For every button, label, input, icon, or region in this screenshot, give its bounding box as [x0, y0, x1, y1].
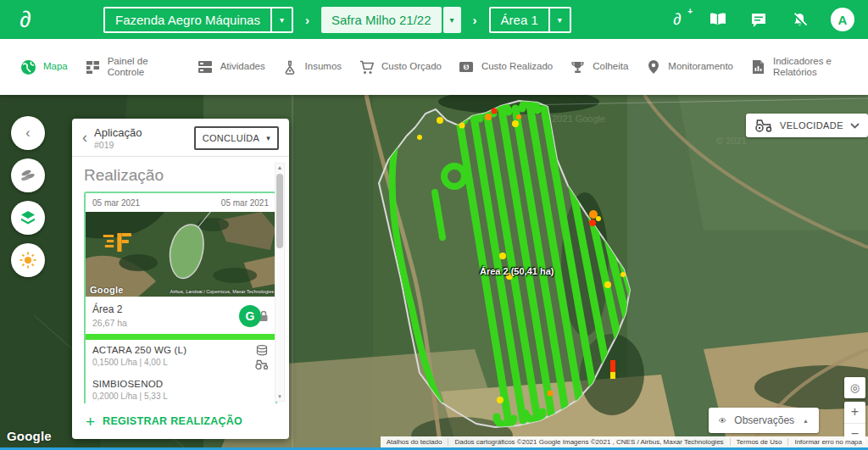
google-logo: Google	[90, 285, 124, 295]
chevron-down-icon: ▾	[266, 134, 270, 142]
caret-up-icon: ▲	[803, 418, 809, 424]
section-title: Realização	[72, 157, 289, 192]
velocity-label: VELOCIDADE	[780, 120, 843, 131]
product-name: SIMBIOSENOD	[92, 379, 168, 389]
tab-atividades[interactable]: Atividades	[198, 59, 265, 75]
application-panel: ‹ Aplicação #019 CONCLUÍDA ▾ Realização …	[72, 119, 289, 439]
report-error-link[interactable]: Informar erro no mapa	[787, 438, 868, 446]
zoom-in-button[interactable]: +	[844, 402, 865, 424]
breadcrumb-chevron-icon: ›	[305, 13, 309, 27]
notifications-muted-icon[interactable]	[790, 10, 809, 29]
register-realization-button[interactable]: + REGISTRAR REALIZAÇÃO	[72, 403, 289, 439]
tractor-icon	[255, 359, 269, 369]
map-data-attribution: Dados cartográficos ©2021 Google Imagens…	[448, 438, 729, 446]
area-selector-label: Área 1	[491, 8, 548, 31]
status-dropdown[interactable]: CONCLUÍDA ▾	[194, 126, 279, 150]
stock-icon	[256, 345, 268, 356]
tab-monitoramento[interactable]: Monitoramento	[645, 59, 733, 75]
tab-custo-orcado[interactable]: Custo Orçado	[359, 59, 442, 75]
product-row: ACTARA 250 WG (L) 0,1500 L/ha | 4,00 L	[86, 340, 275, 374]
tab-label: Insumos	[305, 61, 342, 72]
field-thumbnail-map: Google Airbus, Landsat / Copernicus, Max…	[86, 212, 275, 297]
chevron-down-icon[interactable]: ▾	[548, 8, 570, 31]
knowledge-book-icon[interactable]	[709, 10, 727, 29]
tab-label: Atividades	[220, 61, 265, 72]
farm-selector[interactable]: Fazenda Aegro Máquinas ▾	[103, 7, 293, 33]
layers-icon	[19, 208, 37, 227]
scrollbar-thumb[interactable]	[276, 174, 283, 248]
dashboard-icon	[85, 59, 101, 75]
tab-colheita[interactable]: Colheita	[570, 59, 628, 75]
map-viewport[interactable]: © 2021 Google © 2021	[0, 95, 868, 450]
tab-label: Custo Orçado	[381, 61, 442, 72]
flask-icon	[282, 59, 298, 75]
product-dose: 0,1500 L/ha | 4,00 L	[92, 358, 186, 367]
realization-progress-bar	[86, 334, 275, 340]
main-nav: Mapa Painel de Controle Atividades Insum…	[0, 39, 868, 95]
aegro-glyph: ∂	[673, 10, 681, 29]
thumbnail-attribution: Airbus, Landsat / Copernicus, Maxar Tech…	[170, 289, 275, 294]
chevron-down-icon[interactable]: ▾	[443, 7, 461, 33]
product-name: ACTARA 250 WG (L)	[92, 345, 186, 355]
area-selector[interactable]: Área 1 ▾	[489, 7, 571, 33]
grade-badge: G	[239, 305, 261, 327]
tractor-icon	[754, 119, 773, 132]
panel-header: ‹ Aplicação #019 CONCLUÍDA ▾	[72, 119, 289, 156]
area-name: Área 2	[92, 303, 127, 315]
realization-card[interactable]: 05 mar 2021 05 mar 2021	[84, 192, 277, 403]
keyboard-shortcuts-link[interactable]: Atalhos do teclado	[381, 438, 448, 446]
product-dose: 0,2000 L/ha | 5,33 L	[92, 392, 168, 401]
money-icon: $	[459, 59, 475, 75]
application-id: #019	[94, 140, 142, 150]
observations-drawer[interactable]: Observações ▲	[709, 408, 819, 433]
map-attribution-bar: Atalhos do teclado Dados cartográficos ©…	[381, 436, 868, 447]
svg-text:© 2021: © 2021	[716, 136, 747, 146]
tab-indicadores-relatorios[interactable]: Indicadores e Relatórios	[750, 56, 846, 78]
google-maps-logo: Google	[7, 429, 52, 443]
realization-scroll-area[interactable]: 05 mar 2021 05 mar 2021	[72, 192, 289, 403]
chat-icon[interactable]	[749, 10, 768, 29]
product-row: SIMBIOSENOD 0,2000 L/ha | 5,33 L	[86, 374, 275, 403]
eye-icon	[719, 415, 726, 425]
sun-icon	[19, 251, 37, 269]
chevron-down-icon[interactable]: ▾	[270, 8, 292, 31]
scroll-up-icon[interactable]: ▲	[277, 164, 283, 172]
tab-label: Monitoramento	[668, 61, 733, 72]
map-pin-icon	[645, 59, 661, 75]
collapse-panel-button[interactable]: ‹	[11, 116, 45, 150]
tab-label: Mapa	[43, 61, 68, 72]
list-rows-icon	[198, 59, 214, 75]
add-account-icon[interactable]: ∂ +	[668, 10, 687, 29]
tab-label: Painel de Controle	[108, 56, 181, 78]
aegro-app: ∂ Fazenda Aegro Máquinas ▾ › Safra Milho…	[0, 0, 868, 450]
register-label: REGISTRAR REALIZAÇÃO	[103, 415, 242, 427]
chevron-down-icon	[850, 123, 860, 129]
scroll-down-icon[interactable]: ▾	[278, 392, 281, 401]
svg-text:$: $	[465, 64, 468, 70]
layers-button[interactable]	[11, 201, 45, 235]
tab-label: Custo Realizado	[481, 61, 553, 72]
back-button[interactable]: ‹	[81, 130, 94, 147]
tab-mapa[interactable]: Mapa	[20, 59, 68, 75]
panel-scrollbar[interactable]: ▲ ▾	[275, 163, 285, 402]
panel-title: Aplicação	[94, 126, 142, 139]
tab-painel-de-controle[interactable]: Painel de Controle	[85, 56, 181, 78]
tab-insumos[interactable]: Insumos	[282, 59, 342, 75]
cart-icon	[359, 59, 375, 75]
tab-label: Colheita	[593, 61, 628, 72]
terms-link[interactable]: Termos de Uso	[730, 438, 788, 446]
tab-label: Indicadores e Relatórios	[773, 56, 846, 78]
seeds-layer-button[interactable]	[11, 158, 45, 192]
velocity-layer-dropdown[interactable]: VELOCIDADE	[746, 114, 868, 137]
aegro-logo-icon[interactable]: ∂	[0, 8, 51, 31]
brightness-button[interactable]	[11, 243, 45, 277]
user-avatar[interactable]: A	[831, 8, 854, 31]
my-location-button[interactable]: ◎	[844, 377, 865, 398]
report-document-icon	[750, 59, 766, 75]
locate-icon: ◎	[850, 381, 860, 394]
plus-glyph: +	[687, 7, 693, 16]
trophy-icon	[570, 59, 586, 75]
season-selector[interactable]: Safra Milho 21/22 ▾	[321, 7, 461, 33]
date-start: 05 mar 2021	[92, 198, 140, 208]
tab-custo-realizado[interactable]: $ Custo Realizado	[459, 59, 553, 75]
